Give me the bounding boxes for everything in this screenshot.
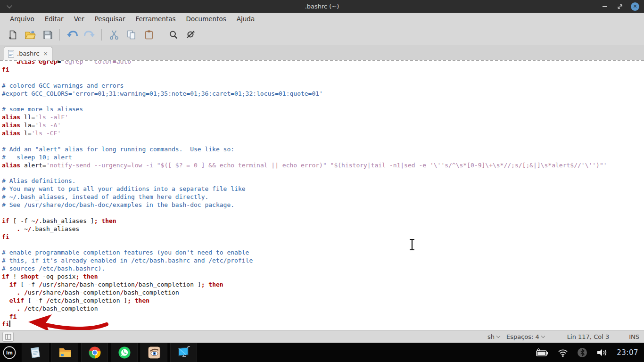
new-document-button[interactable] [7,29,19,41]
code-line: #export GCC_COLORS='error=01;31:warning=… [2,90,644,98]
insert-mode-indicator: INS [629,333,639,340]
code-line: if [ -f /usr/share/bash-completion/bash_… [2,281,644,289]
svg-text:lm: lm [6,350,13,355]
menu-item-pesquisar[interactable]: Pesquisar [90,14,131,24]
menu-bar: ArquivoEditarVerPesquisarFerramentasDocu… [0,13,644,25]
code-content: alias egrep='egrep --color=auto'fi# colo… [0,60,644,329]
code-line: # ~/.bash_aliases, instead of adding the… [2,193,644,201]
code-line: # sleep 10; alert [2,154,644,162]
open-icon [25,30,36,40]
taskbar-mint-menu-button[interactable]: lm [0,343,19,362]
text-editor-area[interactable]: alias egrep='egrep --color=auto'fi# colo… [0,60,644,330]
code-line: fi [2,313,644,321]
menu-item-ajuda[interactable]: Ajuda [231,14,260,24]
taskbar-file-manager-button[interactable] [51,343,78,362]
text-editor-icon [29,346,42,359]
language-selector[interactable]: sh [487,333,500,340]
code-line: if ! shopt -oq posix; then [2,273,644,281]
undo-icon [66,30,78,40]
taskbar: lm 23:07 [0,343,644,362]
code-line: # You may want to put all your additions… [2,185,644,193]
new-document-icon [8,30,18,40]
toolbar [0,25,644,45]
menu-item-ferramentas[interactable]: Ferramentas [130,14,181,24]
code-line [2,241,644,249]
code-line [2,169,644,177]
code-line: alias egrep='egrep --color=auto' [2,60,644,66]
find-icon [168,30,179,40]
paste-button[interactable] [143,29,155,41]
code-line: fi [2,233,644,241]
code-line: # Alias definitions. [2,177,644,185]
code-line [2,138,644,146]
volume-icon[interactable] [596,348,608,357]
code-line [2,209,644,217]
taskbar-image-viewer-button[interactable] [140,343,167,362]
file-manager-icon [58,346,72,359]
code-line: # colored GCC warnings and errors [2,82,644,90]
wifi-icon[interactable] [557,348,569,357]
menu-item-ver[interactable]: Ver [69,14,90,24]
find-replace-icon [186,30,196,40]
code-line: # some more ls aliases [2,106,644,114]
code-line: fi [2,321,644,329]
open-button[interactable] [24,29,36,41]
tab-bashrc[interactable]: .bashrc × [4,47,52,60]
taskbar-chrome-button[interactable] [81,343,108,362]
taskbar-whatsapp-button[interactable] [111,343,138,362]
copy-icon [126,30,137,40]
taskbar-screen-share-button[interactable] [170,343,197,362]
side-pane-toggle-button[interactable] [2,332,14,342]
code-line: . /usr/share/bash-completion/bash_comple… [2,289,644,297]
menu-item-documentos[interactable]: Documentos [181,14,231,24]
find-replace-button[interactable] [185,29,197,41]
code-line: # this, if it's already enabled in /etc/… [2,257,644,265]
code-line: # See /usr/share/doc/bash-doc/examples i… [2,201,644,209]
code-line: if [ -f ~/.bash_aliases ]; then [2,217,644,225]
window-title: .bashrc (~) [0,3,644,10]
text-cursor-caret [9,321,10,327]
toolbar-separator [161,29,161,41]
taskbar-apps: lm [0,343,197,362]
battery-icon[interactable] [535,348,549,357]
image-viewer-icon [148,346,161,359]
chevron-down-icon [496,334,500,337]
undo-button[interactable] [66,29,78,41]
mint-menu-icon: lm [2,346,17,360]
cursor-position: Lin 117, Col 3 [567,333,609,340]
toolbar-separator [59,29,60,41]
code-line: # sources /etc/bash.bashrc). [2,265,644,273]
code-line: alias ll='ls -alF' [2,114,644,122]
code-line: . /etc/bash_completion [2,305,644,313]
cut-icon [109,30,119,40]
title-bar: .bashrc (~) ✕ [0,0,644,13]
find-button[interactable] [167,29,180,41]
taskbar-text-editor-button[interactable] [22,343,49,362]
code-line: alias la='ls -A' [2,122,644,130]
screen-share-icon [177,346,191,359]
toolbar-separator [101,29,102,41]
system-tray: 23:07 [535,347,644,358]
bluetooth-icon[interactable] [577,347,587,358]
side-pane-icon [5,334,11,340]
menu-item-editar[interactable]: Editar [40,14,69,24]
redo-button[interactable] [83,29,96,41]
tab-close-icon[interactable]: × [43,50,48,57]
code-line: # Add an "alert" alias for long running … [2,146,644,154]
taskbar-clock[interactable]: 23:07 [617,348,638,357]
redo-icon [84,30,95,40]
tab-label: .bashrc [17,50,40,57]
whatsapp-icon [118,346,131,359]
code-line: alias l='ls -CF' [2,130,644,138]
tab-width-selector[interactable]: Espaços: 4 [506,333,545,340]
chevron-down-icon [541,334,545,337]
chrome-icon [88,346,101,359]
save-button[interactable] [41,29,54,41]
cut-button[interactable] [108,29,120,41]
tab-width-label: Espaços: 4 [506,333,539,340]
status-bar: sh Espaços: 4 Lin 117, Col 3 INS [0,330,644,343]
copy-button[interactable] [125,29,138,41]
menu-item-arquivo[interactable]: Arquivo [5,14,40,24]
code-line: elif [ -f /etc/bash_completion ]; then [2,297,644,305]
paste-icon [144,30,154,40]
